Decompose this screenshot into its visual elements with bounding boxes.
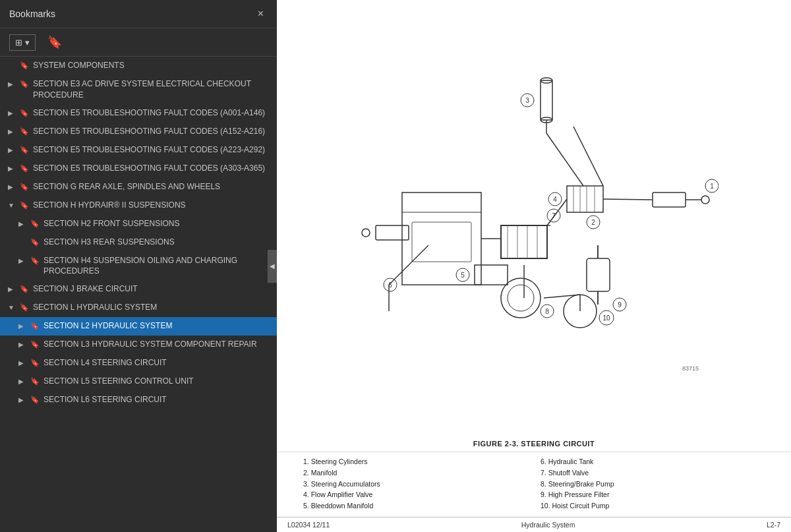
- figure-caption: FIGURE 2-3. STEERING CIRCUIT: [277, 437, 791, 452]
- part-item: 10. Hoist Circuit Pump: [541, 500, 765, 512]
- expand-arrow-icon: ▶: [18, 340, 28, 349]
- expand-arrow-icon: ▶: [8, 164, 17, 173]
- footer-center: Hydraulic System: [521, 521, 575, 529]
- expand-arrow-icon: ▶: [18, 359, 28, 368]
- list-item[interactable]: ▶ 🔖 SECTION L5 STEERING CONTROL UNIT: [0, 372, 277, 391]
- bookmark-icon: 🔖: [20, 303, 29, 312]
- svg-text:5: 5: [461, 272, 465, 279]
- svg-text:3: 3: [525, 97, 529, 104]
- svg-text:9: 9: [618, 301, 622, 309]
- list-item[interactable]: ▶ 🔖 SECTION H2 FRONT SUSPENSIONS: [0, 215, 277, 233]
- item-label: SECTION L5 STEERING CONTROL UNIT: [44, 376, 272, 387]
- svg-text:10: 10: [602, 314, 610, 322]
- part-item: 4. Flow Amplifier Valve: [303, 489, 527, 500]
- document-viewer: 3 1: [277, 0, 791, 532]
- item-label: SECTION G REAR AXLE, SPINDLES AND WHEELS: [33, 181, 272, 192]
- list-item[interactable]: ▶ 🔖 SECTION E5 TROUBLESHOOTING FAULT COD…: [0, 104, 277, 123]
- list-icon: ⊞: [15, 38, 22, 47]
- part-item: 1. Steering Cylinders: [303, 456, 527, 467]
- parts-col-right: 6. Hydraulic Tank 7. Shutoff Valve 8. St…: [541, 456, 765, 512]
- list-item[interactable]: ▶ 🔖 SECTION L3 HYDRAULIC SYSTEM COMPONEN…: [0, 336, 277, 354]
- bookmark-icon: 🔖: [30, 256, 40, 266]
- list-item[interactable]: 🔖 SYSTEM COMPONENTS: [0, 57, 277, 75]
- bookmark-icon: 🔖: [30, 358, 40, 368]
- item-label: SECTION H3 REAR SUSPENSIONS: [44, 237, 272, 248]
- list-item[interactable]: ▶ 🔖 SECTION E5 TROUBLESHOOTING FAULT COD…: [0, 141, 277, 160]
- item-label: SYSTEM COMPONENTS: [33, 60, 272, 71]
- svg-rect-0: [349, 61, 718, 377]
- list-item[interactable]: ▼ 🔖 SECTION L HYDRAULIC SYSTEM: [0, 299, 277, 317]
- list-item[interactable]: ▶ 🔖 SECTION E5 TROUBLESHOOTING FAULT COD…: [0, 160, 277, 178]
- part-item: 6. Hydraulic Tank: [541, 456, 765, 467]
- bookmark-icon: 🔖: [20, 145, 29, 155]
- expand-arrow-icon: ▶: [8, 183, 17, 192]
- item-label: SECTION H2 FRONT SUSPENSIONS: [44, 218, 272, 229]
- footer-right: L2-7: [767, 521, 780, 529]
- list-item[interactable]: ▶ 🔖 SECTION E3 AC DRIVE SYSTEM ELECTRICA…: [0, 75, 277, 104]
- bookmark-icon: 🔖: [30, 237, 40, 247]
- steering-circuit-diagram: 3 1: [349, 61, 718, 377]
- bookmark-icon: 🔖: [20, 200, 29, 210]
- list-item[interactable]: ▶ 🔖 SECTION L4 STEERING CIRCUIT: [0, 354, 277, 372]
- item-label: SECTION H HYDRAIR® II SUSPENSIONS: [33, 200, 272, 211]
- list-item[interactable]: ▶ 🔖 SECTION H4 SUSPENSION OILING AND CHA…: [0, 252, 277, 281]
- list-item[interactable]: 🔖 SECTION H3 REAR SUSPENSIONS: [0, 233, 277, 252]
- item-label: SECTION L6 STEERING CIRCUIT: [44, 394, 272, 405]
- bookmark-icon: 🔖: [30, 321, 40, 331]
- part-item: 7. Shutoff Valve: [541, 467, 765, 479]
- bookmark-icon: 🔖: [20, 182, 29, 192]
- expand-arrow-icon: ▶: [8, 109, 17, 118]
- part-item: 5. Bleeddown Manifold: [303, 500, 527, 512]
- bookmark-icon: 🔖: [30, 340, 40, 349]
- bookmark-tree: 🔖 SYSTEM COMPONENTS ▶ 🔖 SECTION E3 AC DR…: [0, 57, 277, 532]
- document-page: 3 1: [277, 0, 791, 532]
- list-item[interactable]: ▶ 🔖 SECTION G REAR AXLE, SPINDLES AND WH…: [0, 178, 277, 196]
- svg-text:4: 4: [553, 196, 557, 203]
- list-item[interactable]: ▶ 🔖 SECTION L2 HYDRAULIC SYSTEM: [0, 317, 277, 336]
- item-label: SECTION E5 TROUBLESHOOTING FAULT CODES (…: [33, 107, 272, 119]
- expand-arrow-icon: ▼: [8, 201, 17, 210]
- page-inner: 3 1: [277, 0, 791, 532]
- expand-arrow-icon: ▶: [18, 396, 28, 405]
- bookmark-icon: 🔖: [20, 284, 29, 294]
- expand-arrow-icon: ▼: [8, 303, 17, 312]
- item-label: SECTION J BRAKE CIRCUIT: [33, 283, 272, 295]
- expand-arrow-icon: ▶: [18, 220, 28, 229]
- list-item[interactable]: ▶ 🔖 SECTION E5 TROUBLESHOOTING FAULT COD…: [0, 123, 277, 141]
- part-item: 8. Steering/Brake Pump: [541, 479, 765, 490]
- item-label: SECTION L2 HYDRAULIC SYSTEM: [44, 320, 272, 332]
- item-label: SECTION L HYDRAULIC SYSTEM: [33, 302, 272, 313]
- bookmark-icon: 🔖: [47, 36, 62, 49]
- page-footer: L02034 12/11 Hydraulic System L2-7: [277, 517, 791, 532]
- item-label: SECTION L4 STEERING CIRCUIT: [44, 357, 272, 369]
- parts-col-left: 1. Steering Cylinders 2. Manifold 3. Ste…: [303, 456, 527, 512]
- bookmark-icon: 🔖: [30, 219, 40, 229]
- list-item[interactable]: ▶ 🔖 SECTION J BRAKE CIRCUIT: [0, 280, 277, 299]
- dropdown-arrow-icon: ▾: [25, 38, 30, 47]
- svg-text:2: 2: [591, 219, 595, 226]
- footer-left: L02034 12/11: [287, 521, 330, 529]
- expand-arrow-icon: ▶: [18, 377, 28, 386]
- parts-list: 1. Steering Cylinders 2. Manifold 3. Ste…: [277, 452, 791, 517]
- expand-arrow-icon: ▶: [18, 256, 28, 266]
- sidebar-header: Bookmarks ×: [0, 0, 277, 28]
- expand-arrow-icon: ▶: [18, 322, 28, 331]
- part-item: 9. High Pressure Filter: [541, 489, 765, 500]
- item-label: SECTION L3 HYDRAULIC SYSTEM COMPONENT RE…: [44, 339, 272, 350]
- bookmark-icon: 🔖: [20, 61, 29, 71]
- bookmark-icon: 🔖: [20, 127, 29, 136]
- bookmark-icon: 🔖: [30, 376, 40, 386]
- close-button[interactable]: ×: [254, 7, 268, 21]
- svg-text:1: 1: [710, 183, 714, 190]
- list-item[interactable]: ▼ 🔖 SECTION H HYDRAIR® II SUSPENSIONS: [0, 196, 277, 215]
- expand-arrow-icon: ▶: [8, 285, 17, 294]
- bookmark-icon-button[interactable]: 🔖: [44, 34, 66, 51]
- svg-text:83715: 83715: [682, 365, 699, 372]
- part-item: 2. Manifold: [303, 467, 527, 479]
- item-label: SECTION E5 TROUBLESHOOTING FAULT CODES (…: [33, 144, 272, 156]
- list-view-button[interactable]: ⊞ ▾: [9, 34, 36, 51]
- collapse-handle-button[interactable]: ◀: [268, 250, 277, 283]
- diagram-area: 3 1: [277, 0, 791, 437]
- list-item[interactable]: ▶ 🔖 SECTION L6 STEERING CIRCUIT: [0, 391, 277, 409]
- bookmark-icon: 🔖: [30, 395, 40, 405]
